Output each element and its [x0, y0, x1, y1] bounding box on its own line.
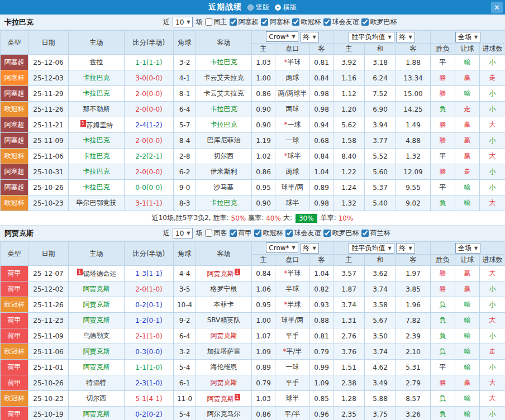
cell-score: 1-1(1-1): [125, 55, 174, 70]
same-venue-checkbox[interactable]: 同主: [205, 17, 227, 27]
cell-eu-home-odds: 2.35: [334, 407, 365, 420]
scope-value: 全场: [458, 244, 471, 253]
cell-home-team: 卡拉巴克: [69, 70, 125, 86]
league-filter-label: 球会友谊: [294, 228, 321, 238]
cell-goals-result: 小: [480, 102, 505, 117]
league-filter-checkbox[interactable]: [254, 230, 261, 237]
cell-handicap-result: 赢: [455, 375, 480, 391]
col-header-home: 主场: [69, 242, 125, 266]
match-row: 欧冠杯25-11-06阿贾克斯0-3(0-0)3-2加拉塔萨雷1.09*平/半0…: [1, 344, 505, 360]
odds-company-select[interactable]: Crow*▼: [266, 31, 298, 42]
league-filter-checkbox[interactable]: [323, 230, 331, 237]
cell-eu-away-odds: 1.32: [396, 149, 431, 164]
cell-corners: 2-8: [174, 149, 196, 164]
cell-eu-away-odds: 1.88: [396, 55, 431, 70]
col-header-date: 日期: [28, 242, 69, 266]
near-label: 近: [163, 228, 170, 238]
scope-select[interactable]: 全场▼: [455, 243, 480, 254]
same-venue-checkbox[interactable]: 同客: [205, 228, 227, 238]
league-filter-1[interactable]: 欧冠杯: [254, 228, 283, 238]
cell-eu-away-odds: 14.25: [396, 102, 431, 117]
league-filter-4[interactable]: 荷兰杯: [361, 228, 390, 238]
odds-company-select[interactable]: Crow*▼: [266, 242, 298, 253]
match-row: 荷甲25-11-01阿贾克斯1-1(1-0)5-4海伦维恩0.89一球0.991…: [1, 360, 505, 375]
wdl-closing-select[interactable]: 终▼: [396, 243, 415, 254]
col-header-result: 胜负: [431, 255, 455, 266]
cell-ah-home-odds: 1.19: [252, 133, 275, 149]
cell-handicap-result: 輸: [455, 391, 480, 407]
cell-handicap: *一球: [275, 117, 310, 133]
match-count-select[interactable]: 10▼: [173, 228, 193, 238]
cell-ah-home-odds: 1.09: [252, 344, 275, 360]
wdl-average-value: 胜平负均值: [351, 32, 385, 42]
cell-date: 25-11-09: [28, 133, 69, 149]
league-filter-2[interactable]: 欧冠杯: [292, 17, 321, 27]
cell-corners: 8-4: [174, 133, 196, 149]
wdl-average-select[interactable]: 胜平负均值▼: [349, 243, 394, 254]
chevron-down-icon: ▼: [388, 246, 391, 251]
close-button[interactable]: ✕: [491, 2, 503, 13]
league-filter-checkbox[interactable]: [230, 230, 237, 237]
league-filter-checkbox[interactable]: [230, 18, 237, 26]
away-favorite-star: *: [284, 300, 288, 308]
cell-handicap: *半球: [275, 297, 310, 313]
cell-score: 1-1(1-0): [125, 360, 174, 375]
cell-eu-draw-odds: 3.62: [365, 266, 396, 281]
cell-goals-result: 大: [480, 117, 505, 133]
col-header-corner: 角球: [174, 31, 196, 55]
cell-ah-away-odds: 0.98: [310, 195, 334, 211]
col-header-date: 日期: [28, 31, 69, 55]
section1-filterbar: 卡拉巴克 近 10▼ 场 同主 阿塞超阿塞杯欧冠杯球会友谊欧罗巴杯: [0, 15, 505, 30]
same-venue-input[interactable]: [205, 230, 212, 237]
cell-score: 3-1(1-1): [125, 195, 174, 211]
match-count-select[interactable]: 10▼: [173, 17, 193, 27]
cell-eu-draw-odds: 5.52: [365, 149, 396, 164]
col-header-type: 类型: [1, 31, 28, 55]
result-group-header: 全场▼: [431, 31, 505, 44]
league-filter-checkbox[interactable]: [361, 230, 369, 237]
league-filter-checkbox[interactable]: [285, 230, 293, 237]
cell-result: 平: [431, 149, 455, 164]
cell-handicap-result: 輸: [455, 86, 480, 102]
layout-radio-horizontal[interactable]: 横版: [275, 3, 297, 12]
cell-eu-away-odds: 4.88: [396, 133, 431, 149]
cell-goals-result: 小: [480, 86, 505, 102]
cell-eu-draw-odds: 3.75: [365, 407, 396, 420]
cell-handicap: *平/半: [275, 344, 310, 360]
scope-select[interactable]: 全场▼: [455, 32, 480, 42]
cell-eu-draw-odds: 5.88: [365, 391, 396, 407]
same-venue-input[interactable]: [205, 18, 212, 26]
cell-home-team: 卡拉巴克: [69, 149, 125, 164]
cell-ah-away-odds: 0.94: [310, 117, 334, 133]
red-card-badge: 1: [235, 269, 240, 275]
league-filter-3[interactable]: 球会友谊: [323, 17, 359, 27]
league-filter-checkbox[interactable]: [292, 18, 299, 26]
league-filter-checkbox[interactable]: [323, 18, 331, 26]
league-filter-2[interactable]: 球会友谊: [285, 228, 321, 238]
section2-filterbar: 阿贾克斯 近 10▼ 场 同客 荷甲欧冠杯球会友谊欧罗巴杯荷兰杯: [0, 226, 505, 241]
league-filter-0[interactable]: 阿塞超: [230, 17, 258, 27]
cell-ah-away-odds: 0.79: [310, 344, 334, 360]
league-filter-1[interactable]: 阿塞杯: [261, 17, 289, 27]
cell-away-team: 巴库尼菲治: [196, 133, 252, 149]
wdl-average-select[interactable]: 胜平负均值▼: [349, 32, 394, 42]
layout-radio-vertical[interactable]: 竖版: [247, 3, 269, 12]
league-filter-0[interactable]: 荷甲: [230, 228, 251, 238]
col-header-ah-result: 让球: [455, 44, 480, 55]
cell-ah-away-odds: 1.04: [310, 164, 334, 180]
league-filter-4[interactable]: 欧罗巴杯: [361, 17, 397, 27]
asian-odds-group-header: Crow*▼ 终▼: [252, 242, 334, 255]
wdl-closing-select[interactable]: 终▼: [396, 32, 415, 42]
cell-goals-result: 小: [480, 133, 505, 149]
cell-date: 25-11-09: [28, 328, 69, 344]
league-filter-checkbox[interactable]: [261, 18, 268, 26]
cell-goals-result: 走: [480, 70, 505, 86]
odds-closing-select[interactable]: 终▼: [301, 243, 319, 254]
wdl-closing-value: 终: [399, 32, 406, 42]
odds-closing-select[interactable]: 终▼: [301, 32, 319, 42]
cell-corners: 3-2: [174, 55, 196, 70]
league-filter-checkbox[interactable]: [361, 18, 369, 26]
radio-unselected-icon: [247, 4, 254, 11]
league-filter-3[interactable]: 欧罗巴杯: [323, 228, 359, 238]
cell-away-team: 海伦维恩: [196, 360, 252, 375]
